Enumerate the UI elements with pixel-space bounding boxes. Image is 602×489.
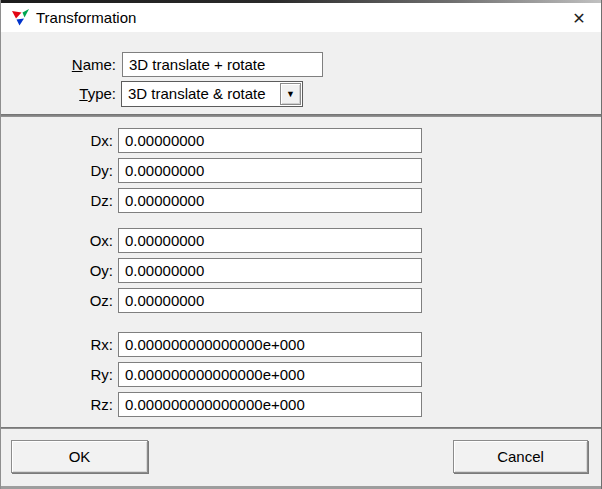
oy-label: Oy: (1, 258, 113, 283)
dy-label: Dy: (1, 158, 113, 183)
dx-label: Dx: (1, 128, 113, 153)
ry-field[interactable] (118, 362, 422, 387)
ry-row: Ry: (1, 362, 602, 387)
cancel-button-label: Cancel (497, 448, 544, 465)
chevron-down-icon: ▼ (286, 90, 295, 99)
divider-top (1, 114, 602, 117)
dz-field[interactable] (118, 188, 422, 213)
dx-field[interactable] (118, 128, 422, 153)
type-dropdown[interactable]: 3D translate & rotate ▼ (121, 81, 303, 107)
name-field[interactable] (122, 52, 323, 77)
ox-row: Ox: (1, 228, 602, 253)
close-button[interactable]: ✕ (561, 5, 597, 31)
ok-button-label: OK (69, 448, 91, 465)
type-dropdown-button[interactable]: ▼ (280, 83, 301, 105)
oz-label: Oz: (1, 288, 113, 313)
type-dropdown-value: 3D translate & rotate (128, 82, 266, 106)
oy-field[interactable] (118, 258, 422, 283)
ox-label: Ox: (1, 228, 113, 253)
dx-row: Dx: (1, 128, 602, 153)
oz-field[interactable] (118, 288, 422, 313)
window-title: Transformation (36, 3, 136, 32)
oy-row: Oy: (1, 258, 602, 283)
rz-row: Rz: (1, 392, 602, 417)
type-row: Type: 3D translate & rotate ▼ (1, 81, 602, 107)
rx-label: Rx: (1, 332, 113, 357)
type-label: Type: (1, 81, 116, 106)
app-icon (11, 8, 30, 27)
cancel-button[interactable]: Cancel (453, 440, 588, 473)
rx-row: Rx: (1, 332, 602, 357)
ry-label: Ry: (1, 362, 113, 387)
rz-label: Rz: (1, 392, 113, 417)
titlebar: Transformation ✕ (1, 3, 602, 32)
oz-row: Oz: (1, 288, 602, 313)
name-row: Name: (1, 52, 602, 78)
dz-label: Dz: (1, 188, 113, 213)
rx-field[interactable] (118, 332, 422, 357)
dy-field[interactable] (118, 158, 422, 183)
dy-row: Dy: (1, 158, 602, 183)
rz-field[interactable] (118, 392, 422, 417)
name-label: Name: (1, 52, 116, 77)
ok-button[interactable]: OK (11, 440, 148, 473)
close-icon: ✕ (572, 9, 585, 28)
transformation-dialog: Transformation ✕ Name: Type: 3D translat… (0, 0, 602, 489)
divider-bottom (1, 427, 602, 429)
dz-row: Dz: (1, 188, 602, 213)
ox-field[interactable] (118, 228, 422, 253)
